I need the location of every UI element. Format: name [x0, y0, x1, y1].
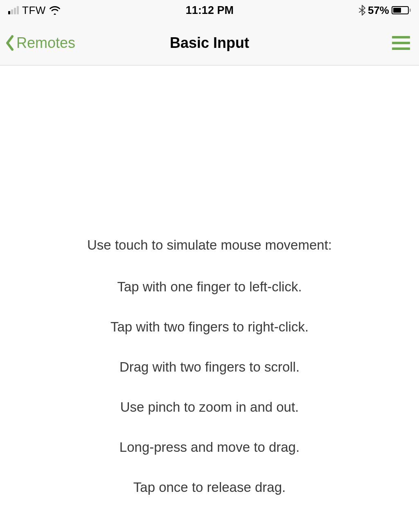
status-left: TFW [8, 4, 61, 17]
instruction-line: Drag with two fingers to scroll. [119, 359, 300, 375]
instruction-line: Long-press and move to drag. [119, 440, 300, 455]
battery-percent-label: 57% [368, 4, 389, 17]
instruction-line: Tap with one finger to left-click. [117, 279, 302, 295]
bluetooth-icon [359, 5, 365, 16]
status-bar: TFW 11:12 PM 57% [0, 0, 419, 20]
cellular-signal-icon [8, 6, 19, 14]
instruction-line: Use pinch to zoom in and out. [120, 399, 299, 415]
instruction-line: Tap once to release drag. [133, 480, 286, 495]
navigation-bar: Remotes Basic Input [0, 20, 419, 65]
status-time: 11:12 PM [186, 4, 234, 17]
battery-icon [392, 6, 411, 14]
page-title: Basic Input [170, 34, 249, 52]
wifi-icon [49, 6, 61, 15]
carrier-label: TFW [22, 4, 46, 17]
status-right: 57% [359, 4, 411, 17]
back-label: Remotes [16, 34, 75, 52]
trackpad-area[interactable]: Use touch to simulate mouse movement: Ta… [0, 65, 419, 532]
back-button[interactable]: Remotes [5, 34, 75, 52]
menu-button[interactable] [390, 34, 412, 52]
chevron-left-icon [5, 35, 15, 51]
instructions-header: Use touch to simulate mouse movement: [87, 237, 332, 253]
hamburger-icon [392, 36, 410, 38]
instruction-line: Tap with two fingers to right-click. [110, 319, 309, 335]
